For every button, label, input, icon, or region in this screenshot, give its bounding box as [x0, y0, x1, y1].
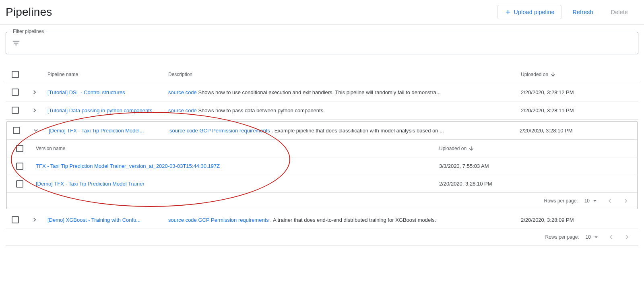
pipeline-name: [Tutorial] DSL - Control structures: [44, 85, 165, 100]
upload-pipeline-button[interactable]: Upload pipeline: [497, 5, 561, 19]
chevron-right-icon[interactable]: [31, 216, 39, 224]
rows-per-page-select[interactable]: 10: [584, 197, 599, 204]
version-checkbox[interactable]: [16, 180, 23, 188]
sort-desc-icon: [550, 71, 556, 78]
outer-pagination: Rows per page: 10: [6, 229, 638, 246]
pipeline-name-link[interactable]: [Tutorial] DSL - Control structures: [47, 89, 125, 95]
pipeline-name: [Demo] XGBoost - Training with Confu...: [44, 212, 165, 228]
uploaded-ts: 2/20/2020, 3:28:10 PM: [516, 123, 637, 138]
table-row[interactable]: [Tutorial] DSL - Control structures sour…: [6, 83, 638, 101]
page-title: Pipelines: [6, 6, 52, 19]
pipeline-name-link[interactable]: [Demo] XGBoost - Training with Confu...: [47, 217, 140, 223]
select-all-versions-checkbox[interactable]: [16, 145, 23, 152]
rows-per-page-select[interactable]: 10: [586, 233, 600, 241]
desc-text: Shows how to use conditional execution a…: [197, 89, 441, 95]
plus-icon: [504, 8, 512, 16]
select-all-checkbox[interactable]: [12, 71, 19, 78]
gcp-permission-link[interactable]: GCP Permission requirements: [198, 217, 268, 223]
th-uploaded-on[interactable]: Uploaded on: [521, 71, 556, 78]
content: Filter pipelines Pipeline name Descripti…: [0, 25, 644, 253]
uploaded-ts: 2/20/2020, 3:28:12 PM: [518, 85, 638, 100]
pipeline-description: source code Shows how to use conditional…: [165, 85, 518, 100]
page-header: Pipelines Upload pipeline Refresh Delete: [0, 0, 644, 25]
row-checkbox[interactable]: [12, 89, 19, 96]
row-checkbox[interactable]: [12, 216, 19, 223]
desc-text: Shows how to pass data between python co…: [197, 107, 325, 114]
chevron-down-icon[interactable]: [32, 126, 40, 134]
next-page-button[interactable]: [622, 232, 632, 242]
row-checkbox[interactable]: [12, 107, 19, 114]
prev-page-button[interactable]: [606, 232, 616, 242]
th-uploaded-label: Uploaded on: [521, 72, 548, 77]
rows-per-page-label: Rows per page:: [544, 198, 578, 204]
rows-per-page-label: Rows per page:: [545, 234, 579, 240]
th-description[interactable]: Description: [165, 67, 518, 82]
pipeline-description: source code Shows how to pass data betwe…: [165, 103, 518, 118]
rows-per-page-value: 10: [586, 234, 591, 240]
refresh-button[interactable]: Refresh: [566, 6, 600, 19]
th-pipeline-name[interactable]: Pipeline name: [44, 67, 165, 82]
th-version-name[interactable]: Version name: [33, 141, 436, 156]
version-ts: 3/3/2020, 7:55:03 AM: [436, 158, 637, 174]
pipelines-table: Pipeline name Description Uploaded on [T…: [6, 66, 638, 246]
source-code-link[interactable]: source code: [168, 89, 197, 95]
prev-page-button[interactable]: [605, 196, 615, 206]
uploaded-ts: 2/20/2020, 3:28:11 PM: [518, 103, 638, 118]
version-name-link[interactable]: [Demo] TFX - Taxi Tip Prediction Model T…: [36, 181, 144, 187]
table-row[interactable]: [Tutorial] Data passing in python compon…: [6, 101, 638, 120]
filter-input[interactable]: [25, 39, 632, 47]
source-code-link[interactable]: source code: [168, 217, 197, 223]
dropdown-icon: [592, 233, 600, 241]
sort-desc-icon: [468, 145, 475, 152]
inner-pagination: Rows per page: 10: [7, 193, 637, 209]
pipeline-name-link[interactable]: [Tutorial] Data passing in python compon…: [47, 107, 152, 114]
chevron-right-icon[interactable]: [31, 88, 39, 96]
pipeline-description: source code GCP Permission requirements …: [165, 212, 518, 228]
version-row[interactable]: TFX - Taxi Tip Prediction Model Trainer_…: [7, 157, 637, 175]
expanded-row-panel: [Demo] TFX - Taxi Tip Prediction Model..…: [6, 121, 638, 209]
version-name-link[interactable]: TFX - Taxi Tip Prediction Model Trainer_…: [36, 163, 220, 169]
version-row[interactable]: [Demo] TFX - Taxi Tip Prediction Model T…: [7, 175, 637, 193]
dropdown-icon: [591, 197, 599, 204]
th-version-uploaded[interactable]: Uploaded on: [439, 145, 475, 152]
version-checkbox[interactable]: [16, 163, 23, 170]
row-checkbox[interactable]: [13, 127, 20, 134]
uploaded-ts: 2/20/2020, 3:28:09 PM: [518, 212, 638, 228]
rows-per-page-value: 10: [584, 198, 590, 204]
gcp-permission-link[interactable]: GCP Permission requirements: [199, 128, 270, 134]
filter-container: Filter pipelines: [6, 32, 638, 54]
table-header-row: Pipeline name Description Uploaded on: [6, 66, 638, 83]
filter-icon: [12, 39, 21, 47]
delete-button[interactable]: Delete: [605, 6, 634, 19]
source-code-link[interactable]: source code: [168, 107, 197, 114]
pipeline-name: [Tutorial] Data passing in python compon…: [44, 103, 165, 118]
chevron-right-icon[interactable]: [31, 106, 39, 114]
pipeline-name: [Demo] TFX - Taxi Tip Prediction Model..…: [45, 123, 166, 138]
upload-pipeline-label: Upload pipeline: [514, 9, 555, 15]
pipeline-name-link[interactable]: [Demo] TFX - Taxi Tip Prediction Model..…: [49, 128, 144, 134]
desc-text: . A trainer that does end-to-end distrib…: [270, 217, 436, 223]
filter-label: Filter pipelines: [11, 29, 46, 34]
pipeline-description: source code GCP Permission requirements …: [166, 123, 516, 138]
next-page-button[interactable]: [621, 196, 631, 206]
table-row[interactable]: [Demo] TFX - Taxi Tip Prediction Model..…: [7, 122, 637, 140]
header-actions: Upload pipeline Refresh Delete: [497, 5, 634, 19]
version-ts: 2/20/2020, 3:28:10 PM: [436, 176, 637, 192]
table-row[interactable]: [Demo] XGBoost - Training with Confu... …: [6, 211, 638, 229]
inner-header-row: Version name Uploaded on: [7, 140, 637, 157]
th-version-uploaded-label: Uploaded on: [439, 146, 466, 151]
desc-text: . Example pipeline that does classificat…: [271, 128, 444, 134]
source-code-link[interactable]: source code: [169, 128, 198, 134]
